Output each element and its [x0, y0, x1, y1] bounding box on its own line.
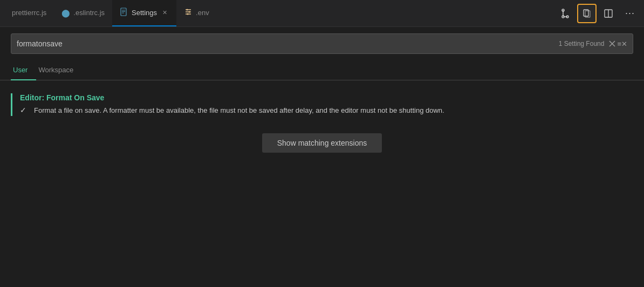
tab-env[interactable]: .env	[176, 0, 217, 26]
tab-workspace[interactable]: Workspace	[36, 60, 82, 80]
source-control-button[interactable]	[556, 4, 575, 23]
svg-point-5	[187, 9, 188, 11]
tab-label: Settings	[132, 9, 157, 17]
search-bar-container: 1 Setting Found ≡✕	[0, 27, 644, 60]
split-editor-button[interactable]	[599, 4, 618, 23]
tab-label: prettierrc.js	[12, 9, 46, 17]
extensions-btn-container: Show matching extensions	[11, 133, 633, 153]
settings-tabs: User Workspace	[0, 60, 644, 80]
env-sliders-icon	[184, 8, 193, 18]
tab-prettierrc[interactable]: prettierrc.js	[4, 0, 54, 26]
setting-title: Editor: Format On Save	[20, 93, 633, 102]
tab-label: .eslintrc.js	[73, 9, 105, 17]
search-input[interactable]	[17, 39, 559, 48]
search-row: 1 Setting Found ≡✕	[11, 33, 633, 54]
tab-bar: prettierrc.js ⬤ .eslintrc.js Settings ✕	[0, 0, 644, 27]
tab-user[interactable]: User	[11, 60, 36, 80]
settings-file-icon	[120, 8, 128, 18]
show-matching-extensions-button[interactable]: Show matching extensions	[262, 133, 382, 153]
checkmark-icon: ✓	[20, 106, 29, 114]
more-actions-button[interactable]: ···	[620, 4, 640, 23]
tab-bar-actions: ···	[556, 4, 640, 23]
setting-item: Editor: Format On Save ✓ Format a file o…	[11, 93, 633, 116]
svg-point-7	[189, 11, 190, 13]
tab-close-button[interactable]: ✕	[160, 9, 169, 17]
svg-point-9	[187, 13, 189, 15]
tab-label: .env	[196, 9, 209, 17]
setting-title-static: Editor:	[20, 93, 44, 102]
tab-workspace-label: Workspace	[38, 66, 73, 74]
open-editors-button[interactable]	[577, 4, 597, 23]
search-result-count: 1 Setting Found	[559, 40, 605, 47]
tab-settings[interactable]: Settings ✕	[112, 0, 176, 26]
clear-search-button[interactable]: ≡✕	[608, 40, 627, 48]
eslint-icon: ⬤	[61, 9, 70, 17]
content-area: Editor: Format On Save ✓ Format a file o…	[0, 80, 644, 166]
svg-point-11	[562, 16, 564, 18]
more-icon: ···	[625, 8, 635, 19]
setting-row: ✓ Format a file on save. A formatter mus…	[20, 105, 633, 116]
tab-eslintrc[interactable]: ⬤ .eslintrc.js	[54, 0, 112, 26]
tab-user-label: User	[13, 66, 28, 74]
setting-title-highlight: Format On Save	[46, 93, 104, 102]
setting-description: Format a file on save. A formatter must …	[34, 105, 444, 116]
